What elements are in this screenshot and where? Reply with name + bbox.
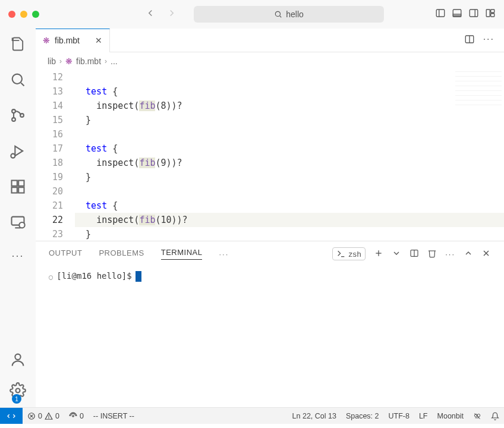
svg-point-40 [49, 417, 49, 418]
editor-group: ❋ fib.mbt ✕ ··· lib › ❋ fib.mbt › ... 12… [36, 29, 504, 407]
kill-terminal-icon[interactable] [427, 248, 437, 260]
remote-indicator[interactable] [0, 408, 23, 424]
accounts-icon[interactable] [10, 351, 26, 370]
minimize-window-button[interactable] [20, 11, 27, 18]
run-debug-icon[interactable] [10, 143, 26, 162]
extensions-icon[interactable] [10, 178, 26, 197]
terminal-status-icon: ○ [49, 273, 53, 281]
panel-more-icon[interactable]: ··· [219, 250, 229, 259]
svg-line-1 [280, 16, 282, 18]
svg-point-0 [276, 11, 281, 16]
status-language[interactable]: Moonbit [433, 412, 468, 420]
tab-fib-mbt[interactable]: ❋ fib.mbt ✕ [36, 29, 110, 52]
error-icon [27, 412, 36, 420]
svg-rect-2 [436, 10, 445, 17]
svg-rect-8 [486, 10, 490, 17]
terminal-cursor [136, 271, 141, 282]
radio-icon [69, 412, 77, 420]
warning-count: 0 [55, 412, 59, 420]
layout-panel-icon[interactable] [452, 8, 462, 21]
svg-point-26 [16, 389, 20, 393]
customize-layout-icon[interactable] [485, 8, 496, 21]
svg-rect-18 [12, 181, 17, 186]
line-number-gutter: 121314151617181920212223 [36, 70, 75, 241]
svg-point-13 [12, 109, 15, 113]
search-activity-icon[interactable] [10, 71, 26, 90]
svg-point-41 [73, 415, 74, 416]
command-center-text: hello [286, 10, 304, 19]
settings-gear-icon[interactable]: 1 [10, 382, 26, 401]
bottom-panel: OUTPUT PROBLEMS TERMINAL ··· zsh ··· [36, 241, 504, 407]
status-indentation[interactable]: Spaces: 2 [341, 412, 384, 420]
file-icon: ❋ [43, 36, 50, 45]
status-copilot-icon[interactable] [468, 412, 486, 420]
maximize-window-button[interactable] [32, 11, 39, 18]
split-terminal-icon[interactable] [410, 248, 419, 260]
panel-tabs: OUTPUT PROBLEMS TERMINAL ··· zsh ··· [36, 241, 504, 266]
code-content[interactable]: test { inspect(fib(8))? } test { inspect… [75, 70, 504, 241]
close-panel-icon[interactable] [481, 248, 491, 260]
status-problems[interactable]: 0 0 [23, 412, 64, 420]
explorer-icon[interactable] [10, 36, 26, 55]
tab-close-icon[interactable]: ✕ [95, 36, 102, 45]
layout-sidebar-left-icon[interactable] [435, 8, 446, 21]
svg-rect-5 [453, 14, 461, 17]
more-activity-icon[interactable]: ··· [11, 250, 24, 262]
activity-bar: ··· 1 [0, 29, 36, 407]
svg-marker-16 [15, 146, 23, 156]
close-window-button[interactable] [8, 11, 15, 18]
error-count: 0 [38, 412, 42, 420]
terminal-more-icon[interactable]: ··· [445, 250, 455, 259]
settings-badge: 1 [12, 394, 21, 404]
svg-point-25 [15, 354, 20, 360]
nav-arrows [145, 8, 177, 21]
breadcrumb-file[interactable]: fib.mbt [76, 56, 101, 66]
status-bar: 0 0 0 -- INSERT -- Ln 22, Col 13 Spaces:… [0, 407, 504, 424]
chevron-right-icon: › [59, 57, 62, 65]
terminal-prompt: [li@m16 hello]$ [56, 271, 131, 281]
layout-sidebar-right-icon[interactable] [468, 8, 479, 21]
status-notifications-icon[interactable] [486, 412, 504, 420]
terminal-split-chevron-icon[interactable] [392, 248, 401, 260]
nav-forward-button[interactable] [166, 8, 177, 21]
warning-icon [45, 412, 53, 420]
maximize-panel-icon[interactable] [464, 248, 473, 260]
ports-count: 0 [80, 412, 84, 420]
panel-tab-output[interactable]: OUTPUT [49, 248, 82, 260]
panel-tab-terminal[interactable]: TERMINAL [161, 248, 203, 260]
tab-filename: fib.mbt [55, 36, 80, 45]
svg-rect-10 [491, 14, 494, 17]
status-eol[interactable]: LF [414, 412, 433, 420]
shell-name: zsh [348, 250, 361, 259]
file-icon: ❋ [65, 56, 73, 66]
split-editor-icon[interactable] [464, 34, 475, 47]
svg-point-17 [11, 154, 15, 158]
terminal-shell-select[interactable]: zsh [332, 247, 366, 260]
breadcrumb[interactable]: lib › ❋ fib.mbt › ... [36, 52, 504, 70]
code-editor[interactable]: 121314151617181920212223 test { inspect(… [36, 70, 504, 241]
editor-tabs: ❋ fib.mbt ✕ ··· [36, 29, 504, 52]
window-controls [8, 11, 39, 18]
new-terminal-icon[interactable] [374, 248, 383, 260]
status-encoding[interactable]: UTF-8 [384, 412, 414, 420]
terminal[interactable]: ○ [li@m16 hello]$ [36, 266, 504, 407]
breadcrumb-extra[interactable]: ... [111, 56, 118, 66]
minimap[interactable] [455, 71, 502, 107]
svg-rect-9 [491, 10, 494, 12]
status-ports[interactable]: 0 [64, 412, 89, 420]
remote-explorer-icon[interactable] [10, 214, 26, 233]
svg-point-14 [12, 118, 15, 121]
status-cursor-position[interactable]: Ln 22, Col 13 [288, 412, 341, 420]
svg-line-12 [21, 83, 24, 86]
titlebar: hello [0, 0, 504, 29]
panel-tab-problems[interactable]: PROBLEMS [99, 248, 144, 260]
svg-rect-20 [12, 187, 17, 193]
nav-back-button[interactable] [145, 8, 156, 21]
breadcrumb-folder[interactable]: lib [48, 56, 56, 66]
editor-more-icon[interactable]: ··· [483, 34, 494, 47]
title-actions [435, 8, 496, 21]
svg-rect-21 [18, 187, 24, 193]
source-control-icon[interactable] [10, 107, 26, 126]
status-vim-mode: -- INSERT -- [89, 412, 139, 420]
command-center[interactable]: hello [194, 6, 384, 23]
